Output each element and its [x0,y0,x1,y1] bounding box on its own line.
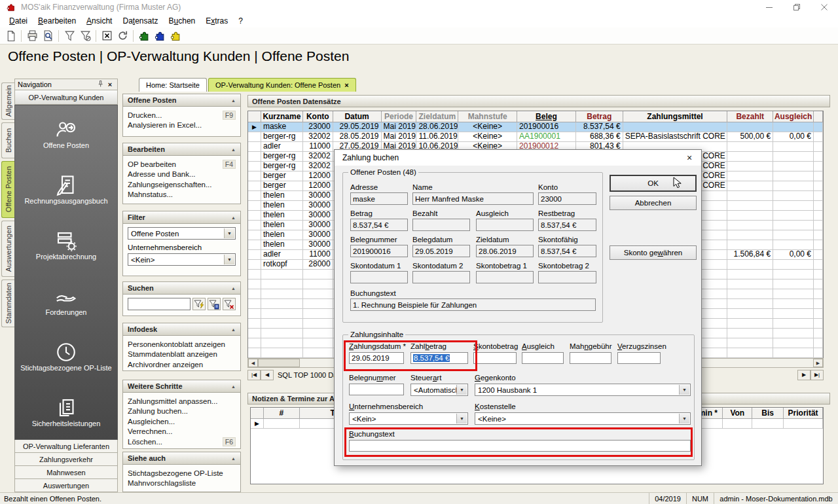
nav-group-op-verwaltung-lieferanten[interactable]: OP-Verwaltung Lieferanten [14,440,118,453]
puzzle-yellow-icon[interactable] [168,29,183,43]
search-input[interactable] [128,298,191,310]
chevron-down-icon[interactable]: ▼ [456,414,467,423]
field-value-skontofähig[interactable]: 8.537,54 € [538,245,596,257]
nav-item-projektabrechnung[interactable]: Projektabrechnung [15,217,117,272]
vertical-tab-buchen[interactable]: Buchen [1,122,14,158]
nav-item-sicherheitsleistungen[interactable]: Sicherheitsleistungen [15,384,117,439]
cancel-button[interactable]: Abbrechen [610,196,697,210]
menu-item[interactable]: ? [233,15,248,27]
action-stichtagsbezogene-op-liste[interactable]: Stichtagsbezogene OP-Liste [128,468,236,478]
chevron-down-icon[interactable]: ▼ [224,228,234,238]
action-zahlung-buchen[interactable]: Zahlung buchen... [128,406,236,417]
menu-ansicht[interactable]: Ansicht [81,15,117,27]
column-header-periode[interactable]: Periode [382,111,417,122]
close-button[interactable] [811,0,838,14]
nav-item-offene-posten[interactable]: Offene Posten [15,105,117,161]
column-header-datum[interactable]: Datum [333,111,382,122]
action-zahlungseigenschaften[interactable]: Zahlungseigenschaften... [128,179,236,190]
search-run-filter-icon[interactable] [192,298,206,310]
new-page-icon[interactable] [3,29,18,43]
menu-datei[interactable]: Datei [4,15,33,27]
collapse-icon[interactable]: ▲ [231,98,236,103]
pin-icon[interactable] [96,80,105,89]
field-value-restbetrag[interactable]: 8.537,54 € [538,219,596,231]
vertical-tab-offene-posten[interactable]: Offene Posten [1,161,14,218]
field-value-betrag[interactable]: 8.537,54 € [350,219,408,231]
previous-record-button[interactable]: ◀ [261,370,274,380]
action-op-bearbeiten[interactable]: OP bearbeitenF4 [128,159,236,170]
field-input-zahlungsdatum[interactable]: 29.05.2019 [349,352,404,364]
action-archivordner-anzeigen[interactable]: Archivordner anzeigen [128,359,236,370]
menu-datensatz[interactable]: Datensatz [117,15,163,27]
restore-button[interactable] [783,0,811,14]
column-header-zieldatum[interactable]: Zieldatum [416,111,458,122]
table-row[interactable]: ▶maske2300029.05.2019Mai 201928.06.2019<… [248,122,823,132]
notes-column-spacer[interactable] [251,408,264,419]
tab-home-startseite[interactable]: Home: Startseite [139,78,207,92]
action-stammdatenblatt-anzeigen[interactable]: Stammdatenblatt anzeigen [128,350,236,360]
section-header-offene-posten[interactable]: Offene Posten▲ [122,94,241,107]
action-adresse-und-bank[interactable]: Adresse und Bank... [128,170,236,180]
column-header-beleg[interactable]: Beleg [517,111,576,122]
last-record-button[interactable]: ▶| [811,370,824,380]
action-personenkontoblatt-anzeigen[interactable]: Personenkontoblatt anzeigen [128,339,236,350]
column-header-selector[interactable] [814,111,823,122]
field-value-belegdatum[interactable]: 29.05.2019 [412,245,470,257]
field-value-bezahlt[interactable] [412,219,470,231]
notes-column-priorität[interactable]: Priorität [784,408,823,419]
section-header-siehe-auch[interactable]: Siehe auch▲ [122,452,241,465]
refresh-icon[interactable] [115,29,130,43]
nav-group-zahlungsverkehr[interactable]: Zahlungsverkehr [14,453,118,466]
field-input-skontobetrag[interactable] [473,352,517,364]
collapse-icon[interactable]: ▲ [231,456,236,461]
field-combo-gegenkonto[interactable]: 1200 Hausbank 1▼ [475,384,691,396]
column-header-konto[interactable]: Konto [303,111,333,122]
search-filter-list-icon[interactable] [208,298,221,310]
scroll-right-icon[interactable]: ▶ [813,359,823,367]
action-drucken[interactable]: Drucken...F9 [128,110,236,120]
field-input-mahngebühr[interactable] [570,352,611,364]
filter-icon[interactable] [62,29,77,43]
column-header-selector[interactable] [248,111,261,122]
dialog-titlebar[interactable]: Zahlung buchen [335,150,701,166]
nav-item-stichtagsbezogene-op-liste[interactable]: Stichtagsbezogene OP-Liste [15,328,117,384]
excel-export-icon[interactable] [99,29,115,43]
menu-buchen[interactable]: Buchen [164,15,201,27]
action-mahnstatus[interactable]: Mahnstatus... [128,190,236,200]
nav-item-forderungen[interactable]: Forderungen [15,272,117,328]
collapse-icon[interactable]: ▲ [231,147,236,152]
field-value-konto[interactable]: 23000 [538,192,596,205]
notes-column-bis[interactable]: Bis [752,408,784,419]
section-header-filter[interactable]: Filter▲ [122,211,241,224]
column-header-betrag[interactable]: Betrag [576,111,623,122]
chevron-down-icon[interactable]: ▼ [679,414,689,423]
filter-combo[interactable]: Offene Posten▼ [128,227,236,240]
navigation-group-header[interactable]: OP-Verwaltung Kunden [14,90,118,105]
minimize-button[interactable] [756,0,783,14]
collapse-icon[interactable]: ▲ [231,286,236,291]
action-analysieren-in-excel[interactable]: Analysieren in Excel... [128,120,236,131]
collapse-icon[interactable]: ▲ [231,215,236,220]
menu-extras[interactable]: Extras [200,15,233,27]
section-header-infodesk[interactable]: Infodesk▲ [122,323,241,336]
chevron-down-icon[interactable]: ▼ [679,385,689,395]
next-record-button[interactable]: ▶ [797,370,811,380]
action-ausgleichen[interactable]: Ausgleichen... [128,416,236,427]
column-header-mahnstufe[interactable]: Mahnstufe [458,111,517,122]
nav-group-mahnwesen[interactable]: Mahnwesen [14,466,118,479]
field-combo-kostenstelle[interactable]: <Keine>▼ [475,412,691,425]
field-value-ausgleich[interactable] [476,219,534,231]
scroll-left-icon[interactable]: ◀ [248,359,258,367]
column-header-bezahlt[interactable]: Bezahlt [727,111,773,122]
field-value-skontobetrag-1[interactable] [476,271,534,283]
menu-bearbeiten[interactable]: Bearbeiten [33,15,81,27]
vertical-tab-allgemein[interactable]: Allgemein [1,82,14,120]
collapse-icon[interactable]: ▲ [231,384,236,389]
field-value-skontobetrag-2[interactable] [538,271,596,283]
field-value-name[interactable]: Herr Manfred Maske [412,192,534,205]
column-header-zahlungsmittel[interactable]: Zahlungsmittel [623,111,728,122]
action-mahnvorschlagsliste[interactable]: Mahnvorschlagsliste [128,478,236,489]
field-value-zieldatum[interactable]: 28.06.2019 [476,245,534,257]
field-combo-steuerart[interactable]: <Automatisch>▼ [410,384,468,396]
section-header-weitere-schritte[interactable]: Weitere Schritte▲ [122,380,241,393]
